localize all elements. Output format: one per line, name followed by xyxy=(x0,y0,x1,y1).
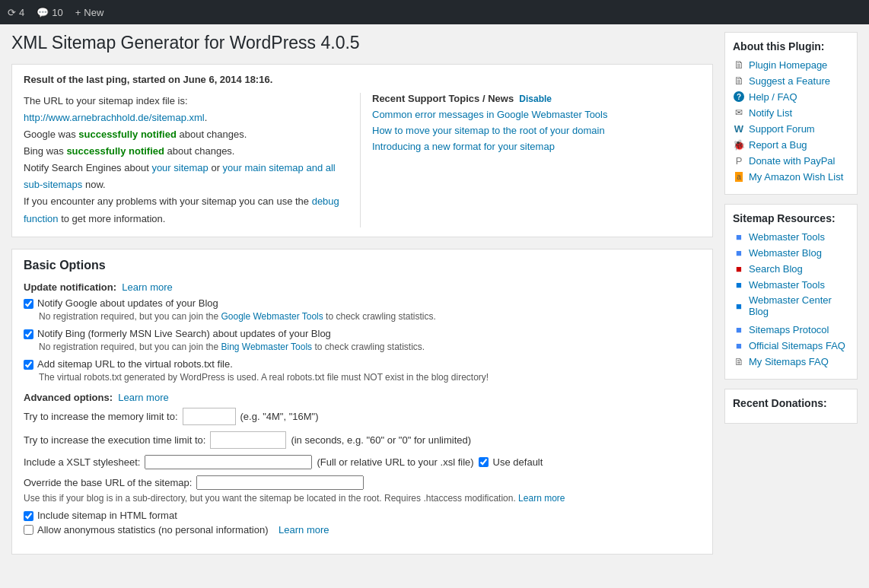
res-link-5[interactable]: Webmaster Center Blog xyxy=(749,294,849,317)
memory-limit-hint: (e.g. "4M", "16M") xyxy=(240,411,319,422)
bing-icon-2: ■ xyxy=(733,300,745,312)
sidebar-res-7: ■ Official Sitemaps FAQ xyxy=(733,339,849,351)
sidebar-res-3: ■ Search Blog xyxy=(733,262,849,275)
use-default-label: Use default xyxy=(493,456,543,468)
exec-time-input[interactable] xyxy=(210,431,286,449)
notify-bing-checkbox[interactable] xyxy=(24,329,33,339)
res-link-6[interactable]: Sitemaps Protocol xyxy=(749,324,829,335)
ping-left: The URL to your sitemap index file is: h… xyxy=(24,93,361,227)
notify-google-hint: No registration required, but you can jo… xyxy=(39,311,701,322)
comments-count: 10 xyxy=(52,7,62,18)
doc-icon: 🗎 xyxy=(733,355,745,367)
help-faq-link[interactable]: Help / FAQ xyxy=(749,91,797,103)
updates-count: 4 xyxy=(19,7,24,18)
res-link-3[interactable]: Search Blog xyxy=(749,263,803,275)
sitemap-resources-title: Sitemap Resources: xyxy=(733,212,849,224)
base-url-label: Override the base URL of the sitemap: xyxy=(24,477,192,488)
sidebar: About this Plugin: 🗎 Plugin Homepage 🗎 S… xyxy=(724,32,858,555)
support-forum-link[interactable]: Support Forum xyxy=(749,123,815,135)
amazon-wishlist-link[interactable]: My Amazon Wish List xyxy=(749,171,843,183)
res-link-8[interactable]: My Sitemaps FAQ xyxy=(749,356,829,367)
sidebar-report-bug: 🐞 Report a Bug xyxy=(733,138,849,151)
xslt-hint: (Full or relative URL to your .xsl file) xyxy=(317,456,473,468)
bing-red-icon: ■ xyxy=(733,262,745,275)
res-link-4[interactable]: Webmaster Tools xyxy=(749,279,825,291)
res-link-1[interactable]: Webmaster Tools xyxy=(749,231,825,243)
content-area: XML Sitemap Generator for WordPress 4.0.… xyxy=(11,32,713,555)
report-bug-link[interactable]: Report a Bug xyxy=(749,139,807,151)
use-default-checkbox[interactable] xyxy=(479,457,489,467)
plugin-homepage-link[interactable]: Plugin Homepage xyxy=(749,59,827,71)
about-plugin-title: About this Plugin: xyxy=(733,40,849,52)
plus-icon: + xyxy=(75,7,81,18)
notify-google-label: Notify Google about updates of your Blog xyxy=(37,297,218,309)
anon-stats-checkbox[interactable] xyxy=(24,525,33,535)
notify-bing-label: Notify Bing (formerly MSN Live Search) a… xyxy=(37,328,331,339)
support-link-3[interactable]: Introducing a new format for your sitema… xyxy=(372,141,555,152)
basic-options-box: Basic Options Update notification: Learn… xyxy=(11,249,713,555)
your-sitemap-link[interactable]: your sitemap xyxy=(151,162,208,173)
sidebar-res-1: ■ Webmaster Tools xyxy=(733,230,849,243)
page-title: XML Sitemap Generator for WordPress 4.0.… xyxy=(11,32,713,55)
sidebar-notify-list: ✉ Notify List xyxy=(733,106,849,119)
notify-engines-line: Notify Search Engines about your sitemap… xyxy=(24,160,352,193)
base-url-input[interactable] xyxy=(196,475,364,490)
google-webmaster-link[interactable]: Google Webmaster Tools xyxy=(221,311,323,322)
sidebar-res-8: 🗎 My Sitemaps FAQ xyxy=(733,355,849,367)
support-link-1[interactable]: Common error messages in Google Webmaste… xyxy=(372,109,607,120)
envelope-icon: ✉ xyxy=(733,106,745,119)
support-item-2: How to move your sitemap to the root of … xyxy=(372,125,701,136)
res-link-7[interactable]: Official Sitemaps FAQ xyxy=(749,340,845,351)
anon-stats-learn-more[interactable]: Learn more xyxy=(279,524,329,536)
support-link-2[interactable]: How to move your sitemap to the root of … xyxy=(372,125,605,136)
wordpress-icon: W xyxy=(733,122,745,135)
sidebar-donate-paypal: P Donate with PayPal xyxy=(733,154,849,167)
base-url-row: Override the base URL of the sitemap: xyxy=(24,475,701,490)
bing-line: Bing was successfully notified about cha… xyxy=(24,143,352,160)
google-line: Google was successfully notified about c… xyxy=(24,126,352,143)
base-url-hint: Use this if your blog is in a sub-direct… xyxy=(24,493,701,504)
bing-success: successfully notified xyxy=(66,145,164,157)
recent-donations-title: Recent Donations: xyxy=(733,397,849,409)
sidebar-res-4: ■ Webmaster Tools xyxy=(733,278,849,291)
new-button[interactable]: + New xyxy=(75,7,104,18)
donate-paypal-link[interactable]: Donate with PayPal xyxy=(749,155,835,167)
updates-icon: ⟳ xyxy=(8,7,16,18)
sitemap-url-link[interactable]: http://www.arnebrachhold.de/sitemap.xml xyxy=(24,112,205,123)
comments-icon-item[interactable]: 💬 10 xyxy=(37,7,62,18)
exec-time-label: Try to increase the execution time limit… xyxy=(24,434,205,446)
anon-stats-label: Allow anonymous statistics (no personal … xyxy=(37,524,268,536)
memory-limit-input[interactable] xyxy=(183,408,236,425)
question-icon: ? xyxy=(733,91,745,103)
update-notification-learn-more[interactable]: Learn more xyxy=(122,281,172,293)
paypal-icon: P xyxy=(733,154,745,167)
disable-support-link[interactable]: Disable xyxy=(519,94,552,104)
advanced-options-learn-more[interactable]: Learn more xyxy=(118,392,168,403)
page-icon-2: 🗎 xyxy=(733,75,745,87)
suggest-feature-link[interactable]: Suggest a Feature xyxy=(749,75,830,87)
exec-time-row: Try to increase the execution time limit… xyxy=(24,431,701,449)
html-sitemap-checkbox[interactable] xyxy=(24,511,33,521)
main-wrapper: XML Sitemap Generator for WordPress 4.0.… xyxy=(0,24,869,562)
updates-icon-item[interactable]: ⟳ 4 xyxy=(8,7,24,18)
google-icon-2: ■ xyxy=(733,246,745,259)
support-item-1: Common error messages in Google Webmaste… xyxy=(372,109,701,120)
exec-time-hint: (in seconds, e.g. "60" or "0" for unlimi… xyxy=(291,434,471,446)
sidebar-res-5: ■ Webmaster Center Blog xyxy=(733,294,849,317)
notify-google-checkbox[interactable] xyxy=(24,299,33,309)
ping-result-box: Result of the last ping, started on June… xyxy=(11,64,713,237)
base-url-learn-more[interactable]: Learn more xyxy=(518,493,565,504)
robots-checkbox[interactable] xyxy=(24,360,33,370)
ping-result-title: Result of the last ping, started on June… xyxy=(24,74,701,85)
sitemap-resources-box: Sitemap Resources: ■ Webmaster Tools ■ W… xyxy=(724,204,858,380)
new-label: New xyxy=(84,7,103,18)
amazon-icon: a xyxy=(733,170,745,183)
update-notification-group: Update notification: Learn more Notify G… xyxy=(24,281,701,383)
anon-stats-row: Allow anonymous statistics (no personal … xyxy=(24,524,701,536)
notify-list-link[interactable]: Notify List xyxy=(749,107,792,119)
ping-result-inner: The URL to your sitemap index file is: h… xyxy=(24,93,701,227)
xslt-input[interactable] xyxy=(145,455,312,469)
res-link-2[interactable]: Webmaster Blog xyxy=(749,247,822,259)
bing-webmaster-link[interactable]: Bing Webmaster Tools xyxy=(221,342,312,352)
html-sitemap-label: Include sitemap in HTML format xyxy=(37,510,177,521)
